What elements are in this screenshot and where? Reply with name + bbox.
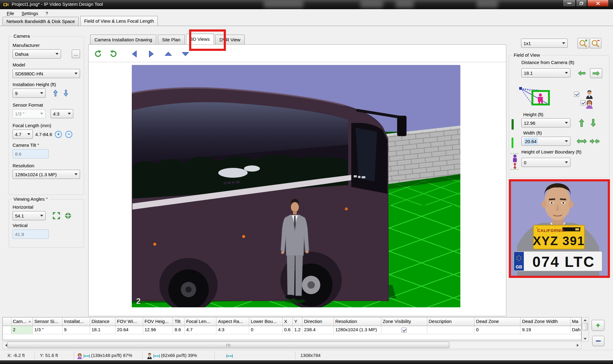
chevron-down-icon [40,113,43,115]
tab-network-bandwidth[interactable]: Network Bandwidth & Disk Space [2,17,79,26]
column-header-16[interactable]: Description [427,317,475,326]
3d-viewport[interactable]: 2 [132,65,460,307]
tab-site-plan[interactable]: Site Plan [158,35,185,44]
horizontal-angle-label: Horizontal [13,204,80,210]
table-row[interactable]: 21/3 "918.120.6412.968.64.74:300.61.2238… [3,326,581,334]
move-farther-button[interactable] [590,68,602,78]
manufacturer-select[interactable]: Dahua [13,49,61,59]
minimize-icon [567,3,571,4]
column-header-11[interactable]: X [283,317,293,326]
status-person-detection: (62x66 px/ft) 39% [161,353,197,358]
svg-text:XYZ 391: XYZ 391 [533,234,585,248]
column-header-15[interactable]: Zone Visibility [381,317,427,326]
column-header-13[interactable]: Direction [303,317,334,326]
zoom-in-focal-button[interactable]: + [55,131,62,138]
widen-angle-icon[interactable] [52,212,60,220]
column-header-19[interactable]: Ma [570,317,581,326]
lower-boundary-select[interactable]: 0 [521,158,570,167]
sensor-format-select[interactable]: 1/3 " [13,109,46,118]
tab-field-of-view[interactable]: Field of View & Lens Focal Length [80,16,158,26]
titlebar-glass-reflection [264,1,303,8]
column-header-12[interactable]: Y [293,317,303,326]
zone-visibility-checkbox[interactable] [402,328,407,333]
model-select[interactable]: SD6980C-HN [13,69,80,78]
tilt-up-icon[interactable] [164,50,173,58]
add-camera-button[interactable]: + [592,320,604,331]
titlebar-glass-reflection [395,1,414,8]
column-header-9[interactable]: Aspect Ra... [216,317,249,326]
chevron-down-icon [74,73,78,74]
zoom-in-button[interactable] [577,38,589,48]
column-header-6[interactable]: FOV Heig... [143,317,173,326]
restore-button[interactable] [576,0,587,7]
close-button[interactable] [587,0,609,7]
woman-icon [585,99,594,109]
titlebar-glass-reflection [477,1,498,8]
layout-select[interactable]: 1x1 [521,39,568,48]
fov-width-label: Width (ft) [523,130,542,135]
focal-length-select[interactable]: 4.7 [13,130,33,139]
manufacturer-more-button[interactable]: ... [72,50,80,58]
rotate-right-icon[interactable] [109,50,118,58]
column-header-2[interactable]: Sensor Si... [33,317,63,326]
menu-help[interactable]: ? [42,10,51,17]
tab-camera-installation-drawing[interactable]: Camera Installation Drawing [90,35,156,44]
column-header-4[interactable]: Distance [90,317,116,326]
resolution-select[interactable]: 1280x1024 (1.3 MP) [13,170,80,179]
column-header-3[interactable]: Installat... [63,317,90,326]
menu-settings[interactable]: Settings [18,10,42,17]
lower-camera-icon[interactable] [63,89,68,97]
column-header-1[interactable]: Cam... [11,317,33,326]
camera-group-label: Camera [12,33,31,39]
scrollbar-thumb[interactable] [582,323,588,330]
move-closer-icon[interactable] [577,71,586,76]
widen-fov-icon[interactable] [577,139,587,144]
chevron-down-icon [565,161,568,163]
show-man-checkbox[interactable] [574,92,579,97]
fov-group-label: Field of View [512,52,542,58]
column-header-10[interactable]: Lower Bou... [249,317,283,326]
column-header-18[interactable]: Dead Zone Width [520,317,570,326]
decrease-height-icon[interactable] [591,119,596,127]
column-header-7[interactable]: Tilt [173,317,185,326]
chevron-down-icon [68,113,71,115]
narrow-fov-icon[interactable] [589,139,600,144]
svg-text:074 LTC: 074 LTC [532,254,595,270]
installation-height-select[interactable]: 9 [13,89,46,98]
pan-left-icon[interactable] [130,50,139,58]
remove-camera-button[interactable] [592,336,604,346]
column-header-14[interactable]: Resolution [334,317,381,326]
table-empty-area [3,334,581,340]
column-header-5[interactable]: FOV Wi... [116,317,143,326]
column-header-8[interactable]: Focal Len... [185,317,216,326]
horizontal-angle-select[interactable]: 54.1 [13,211,46,220]
app-icon [3,2,9,8]
hscrollbar-thumb[interactable] [7,342,449,348]
person-height-icon [510,152,520,171]
raise-camera-icon[interactable] [53,89,58,97]
scroll-down-icon[interactable] [582,336,588,341]
fov-width-select[interactable]: 20.64 [521,137,570,146]
zoom-out-focal-button[interactable]: − [65,131,72,138]
column-header-0[interactable] [3,317,11,326]
window-title: Project1.jvsg* - IP Video System Design … [12,2,103,7]
narrow-angle-icon[interactable] [64,212,72,220]
rotate-left-icon[interactable] [93,50,102,58]
menu-file[interactable]: File [3,10,18,17]
table-cell: 18.1 [90,326,116,334]
pan-right-icon[interactable] [147,50,156,58]
window-titlebar[interactable]: Project1.jvsg* - IP Video System Design … [0,0,613,9]
table-vertical-scrollbar[interactable] [581,317,589,342]
scene-camera-number: 2 [136,297,141,306]
scroll-right-icon[interactable] [574,342,581,349]
minimize-button[interactable] [563,0,576,7]
table-cell: 238.4 [303,326,334,334]
fov-height-select[interactable]: 12.96 [521,118,570,127]
zoom-out-button[interactable] [590,38,601,48]
tilt-down-icon[interactable] [181,50,190,58]
column-header-17[interactable]: Dead Zone [474,317,520,326]
aspect-ratio-select[interactable]: 4:3 [51,109,73,118]
increase-height-icon[interactable] [579,119,584,127]
scroll-up-icon[interactable] [582,317,588,323]
distance-select[interactable]: 18.1 [521,68,570,78]
